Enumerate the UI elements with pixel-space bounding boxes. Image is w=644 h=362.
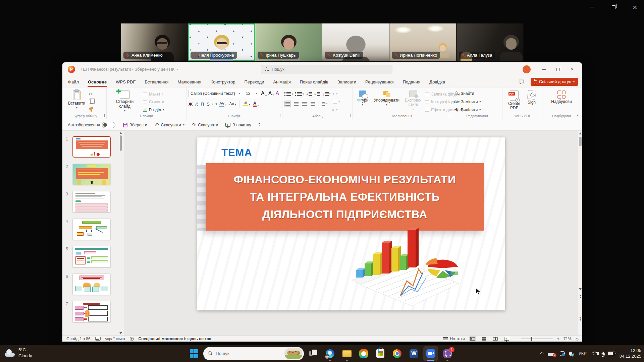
- layout-button[interactable]: Макет▾: [143, 91, 164, 97]
- collapse-ribbon-button[interactable]: ▾: [577, 113, 579, 117]
- slide-title-banner[interactable]: ФІНАНСОВО-ЕКОНОМІЧНІ РЕЗУЛЬТАТИ ТА ІНТЕГ…: [206, 163, 484, 231]
- addins-button[interactable]: Надбудови: [549, 90, 573, 113]
- tab-home[interactable]: Основне: [88, 77, 107, 87]
- participant-tile[interactable]: Ірина Пушкарь: [255, 23, 322, 61]
- slide-canvas[interactable]: ТЕМА ФІНАНСОВО-ЕКОНОМІЧНІ РЕЗУЛЬТАТИ ТА …: [124, 131, 582, 336]
- slide-sorter-button[interactable]: [480, 336, 488, 341]
- underline-button[interactable]: П: [201, 102, 204, 107]
- app-search-box[interactable]: [261, 65, 392, 74]
- autosave-toggle[interactable]: [102, 122, 115, 128]
- clear-format-button[interactable]: А: [275, 90, 279, 97]
- participant-tile[interactable]: Kostyuk Daniil: [322, 23, 389, 61]
- slide-thumbnail-7[interactable]: [72, 301, 111, 322]
- redo-button[interactable]: ↷Скасувати: [192, 122, 218, 127]
- bullets-button[interactable]: ▾: [284, 91, 293, 97]
- tab-wps-pdf[interactable]: WPS PDF: [115, 77, 136, 87]
- notes-button[interactable]: Нотатки: [443, 337, 465, 341]
- minimize-button[interactable]: [537, 64, 551, 74]
- file-explorer-app[interactable]: [339, 346, 354, 361]
- language-indicator[interactable]: українська: [105, 337, 125, 341]
- accessibility-status[interactable]: Спеціальні можливості: щось не так: [139, 337, 211, 341]
- replace-button[interactable]: GbЗамінити▾: [454, 99, 481, 105]
- keyboard-button[interactable]: [95, 337, 101, 341]
- next-slide-button[interactable]: ▾▾: [578, 317, 582, 321]
- paragraph-dialog-launcher[interactable]: [348, 114, 351, 117]
- indent-button[interactable]: ▸: [314, 91, 321, 97]
- font-name-select[interactable]: Calibri (Основний текст)▾: [189, 90, 242, 97]
- previous-slide-button[interactable]: ▴▴: [578, 294, 582, 299]
- search-input[interactable]: [272, 67, 389, 72]
- edge-app[interactable]: [323, 346, 337, 361]
- char-spacing-button[interactable]: AV▾: [219, 101, 226, 107]
- tab-design[interactable]: Конструктор: [210, 77, 235, 87]
- tab-insert[interactable]: Вставлення: [144, 77, 169, 87]
- taskbar-search-box[interactable]: [203, 347, 304, 360]
- drawing-dialog-launcher[interactable]: [447, 114, 450, 117]
- quick-styles-button[interactable]: Експрес-стилі ▾: [403, 90, 423, 113]
- zoom-level[interactable]: 71%: [564, 337, 572, 341]
- document-title[interactable]: +ЕП Фінансові результати • Збережено у ц…: [80, 67, 178, 72]
- find-button[interactable]: Знайти: [454, 90, 481, 97]
- shapes-button[interactable]: Фігури ▾: [355, 90, 370, 113]
- scroll-down-arrow[interactable]: [119, 332, 122, 334]
- task-view-button[interactable]: [306, 346, 321, 361]
- share-button[interactable]: Спільний доступ ▾: [531, 78, 578, 86]
- canvas-scrollbar[interactable]: ▴▴ ▾▾: [578, 131, 582, 336]
- onedrive-error-icon[interactable]: [548, 351, 555, 356]
- shrink-font-button[interactable]: А▾: [268, 90, 274, 97]
- minimize-button[interactable]: [586, 2, 598, 12]
- tab-review[interactable]: Рецензування: [365, 77, 394, 87]
- strike-small-button[interactable]: ab: [212, 102, 217, 106]
- grow-font-button[interactable]: А▾: [261, 90, 267, 97]
- taskbar-search-input[interactable]: [216, 351, 281, 356]
- align-right-button[interactable]: [301, 101, 308, 107]
- slide-1[interactable]: ТЕМА ФІНАНСОВО-ЕКОНОМІЧНІ РЕЗУЛЬТАТИ ТА …: [197, 137, 505, 310]
- format-painter-button[interactable]: [89, 107, 95, 112]
- paste-button[interactable]: Вставити ▾: [66, 90, 87, 113]
- slide-label[interactable]: ТЕМА: [221, 147, 252, 159]
- new-slide-button[interactable]: Створити слайд ▾: [109, 90, 141, 113]
- mic-location-icon[interactable]: [569, 352, 572, 356]
- select-button[interactable]: Виділити▾: [454, 107, 481, 113]
- bold-button[interactable]: Ж: [189, 102, 193, 107]
- align-left-button[interactable]: [284, 101, 291, 107]
- wps-logo[interactable]: P: [68, 66, 75, 73]
- zoom-slider[interactable]: [521, 339, 553, 339]
- start-button[interactable]: [186, 346, 201, 361]
- scroll-down-arrow[interactable]: [579, 288, 582, 290]
- justify-button[interactable]: [310, 101, 316, 107]
- italic-button[interactable]: К: [195, 102, 198, 107]
- comments-button[interactable]: [517, 78, 526, 85]
- accessibility-button[interactable]: [130, 337, 134, 341]
- outdent-button[interactable]: ◂: [306, 91, 312, 97]
- viber-app[interactable]: 1: [440, 346, 455, 361]
- sign-button[interactable]: Sign: [526, 90, 537, 113]
- wifi-icon[interactable]: [591, 351, 597, 356]
- participant-tile-active[interactable]: Неля Проскурина: [188, 23, 255, 61]
- slide-thumbnail-1-selected[interactable]: [72, 136, 111, 158]
- numbering-button[interactable]: ▾: [295, 91, 304, 97]
- columns-button[interactable]: ▾: [322, 101, 328, 107]
- zoom-in-button[interactable]: +: [557, 337, 559, 341]
- tab-animation[interactable]: Анімація: [273, 77, 291, 87]
- sync-icon[interactable]: [559, 351, 565, 356]
- tab-slideshow[interactable]: Показ слайдів: [300, 77, 329, 87]
- microsoft-store-app[interactable]: [373, 346, 388, 361]
- participant-tile[interactable]: Анна Клименко: [121, 23, 188, 61]
- battery-icon[interactable]: [608, 352, 615, 355]
- restore-button[interactable]: [608, 2, 619, 12]
- smartart-convert-button[interactable]: ▸▾: [333, 107, 340, 113]
- customize-qat-button[interactable]: ▾: [259, 123, 260, 127]
- fit-slide-button[interactable]: ◇: [576, 337, 579, 341]
- participant-tile[interactable]: Ирина Логвиненко: [389, 23, 457, 61]
- tab-draw[interactable]: Малювання: [177, 77, 202, 87]
- slideshow-button[interactable]: [503, 336, 511, 341]
- weather-widget[interactable]: 5°CCloudy: [4, 347, 32, 359]
- close-button[interactable]: ×: [629, 2, 641, 12]
- panel-scrollbar[interactable]: [119, 132, 122, 334]
- copilot-app[interactable]: [356, 346, 371, 361]
- language-switcher[interactable]: УКР: [578, 351, 587, 356]
- font-size-select[interactable]: 12▾: [244, 90, 259, 97]
- align-text-button[interactable]: ▾: [333, 99, 340, 105]
- word-app[interactable]: W: [407, 346, 421, 361]
